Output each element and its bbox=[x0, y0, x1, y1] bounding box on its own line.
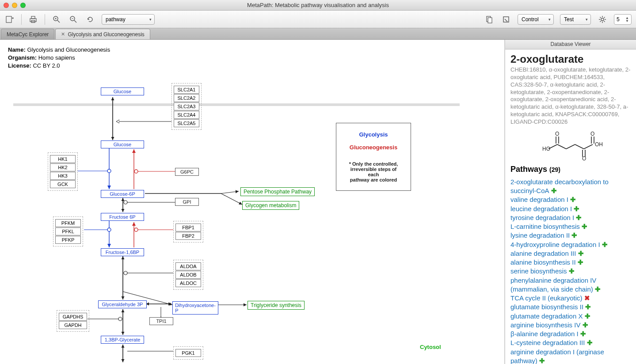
add-pathway-icon[interactable]: ✚ bbox=[572, 205, 579, 212]
print-icon[interactable] bbox=[28, 14, 38, 25]
svg-point-41 bbox=[134, 228, 138, 231]
pathway-link[interactable]: arginine degradation I (arginase pathway… bbox=[510, 348, 604, 364]
add-pathway-icon[interactable]: ✚ bbox=[583, 312, 590, 320]
mode-select-value: pathway bbox=[106, 16, 126, 23]
tab-close-icon[interactable]: ✕ bbox=[61, 31, 65, 37]
enzyme-box[interactable]: GCK bbox=[50, 180, 76, 188]
pathway-canvas[interactable]: Name: Glycolysis and Gluconeogenesis Org… bbox=[0, 40, 504, 364]
enzyme-box[interactable]: PFKP bbox=[55, 236, 81, 244]
pathway-link[interactable]: 4-hydroxyproline degradation I bbox=[510, 241, 600, 248]
refresh-icon[interactable] bbox=[85, 14, 95, 25]
enzyme-box[interactable]: GAPDH bbox=[59, 321, 87, 329]
branch-glycogen[interactable]: Glycogen metabolism bbox=[242, 201, 299, 210]
svg-line-11 bbox=[74, 20, 76, 23]
pathway-link[interactable]: L-carnitine biosynthesis bbox=[510, 223, 580, 230]
svg-line-64 bbox=[584, 144, 593, 149]
pathway-link[interactable]: β-alanine degradation I bbox=[510, 330, 579, 337]
enzyme-box[interactable]: SLC2A5 bbox=[174, 119, 199, 127]
metabolite-f16bp[interactable]: Fructose-1,6BP bbox=[101, 248, 144, 256]
test-select[interactable]: Test bbox=[560, 14, 591, 25]
add-pathway-icon[interactable]: ✚ bbox=[570, 231, 577, 239]
pathway-link[interactable]: glutamate degradation X bbox=[510, 312, 583, 320]
metabolite-glucose-ext[interactable]: Glucose bbox=[101, 87, 144, 95]
pathway-link[interactable]: arginine biosynthesis IV bbox=[510, 321, 580, 329]
export-icon[interactable] bbox=[501, 14, 511, 25]
close-window-button[interactable] bbox=[4, 3, 9, 8]
tab-metacyc-explorer[interactable]: MetaCyc Explorer bbox=[1, 29, 54, 39]
tab-glycolysis[interactable]: ✕ Glycolysis and Gluconeogenesis bbox=[55, 29, 150, 39]
metabolite-dhap[interactable]: Dihydroxyacetone-P bbox=[172, 301, 218, 315]
add-pathway-icon[interactable]: ✚ bbox=[576, 258, 583, 266]
metabolite-f6p[interactable]: Fructose 6P bbox=[101, 213, 144, 221]
enzyme-box[interactable]: SLC2A4 bbox=[174, 111, 199, 119]
enzyme-box[interactable]: ALDOA bbox=[175, 262, 201, 270]
pathway-link[interactable]: alanine degradation III bbox=[510, 250, 576, 257]
control-select-value: Control bbox=[522, 16, 539, 23]
enzyme-box[interactable]: SLC2A3 bbox=[174, 102, 199, 110]
add-pathway-icon[interactable]: ✚ bbox=[585, 339, 592, 346]
enzyme-box[interactable]: PGK1 bbox=[175, 349, 201, 357]
new-view-icon[interactable] bbox=[4, 14, 15, 25]
pathway-link[interactable]: glutamate biosynthesis II bbox=[510, 303, 583, 311]
pathway-link[interactable]: 2-oxoglutarate decarboxylation to succin… bbox=[510, 178, 609, 194]
enzyme-box[interactable]: HK2 bbox=[50, 163, 76, 171]
enzyme-box[interactable]: PFKM bbox=[55, 219, 81, 227]
add-pathway-icon[interactable]: ✚ bbox=[567, 267, 575, 275]
number-spinner[interactable]: 5▲▼ bbox=[614, 14, 632, 25]
enzyme-box[interactable]: HK3 bbox=[50, 172, 76, 180]
add-pathway-icon[interactable]: ✚ bbox=[600, 241, 608, 248]
enzyme-g6pc[interactable]: G6PC bbox=[175, 168, 199, 176]
add-pathway-icon[interactable]: ✚ bbox=[568, 196, 576, 203]
branch-triglyceride[interactable]: Triglyceride synthesis bbox=[248, 301, 305, 310]
remove-pathway-icon[interactable]: ✖ bbox=[583, 294, 590, 302]
add-pathway-icon[interactable]: ✚ bbox=[583, 303, 591, 311]
branch-ppp[interactable]: Pentose Phosphate Pathway bbox=[240, 187, 315, 196]
metabolite-gly3p[interactable]: Glyceraldehyde 3P bbox=[98, 300, 147, 308]
pathway-link[interactable]: leucine degradation I bbox=[510, 205, 572, 212]
add-pathway-icon[interactable]: ✚ bbox=[593, 285, 601, 293]
metabolite-13bpg[interactable]: 1,3BP-Glycerate bbox=[101, 336, 144, 344]
zoom-window-button[interactable] bbox=[20, 3, 26, 8]
enzyme-box[interactable]: PFKL bbox=[55, 228, 81, 235]
enzyme-box[interactable]: HK1 bbox=[50, 155, 76, 163]
pathway-link[interactable]: serine biosynthesis bbox=[510, 267, 567, 275]
enzyme-tpi[interactable]: TPI1 bbox=[149, 317, 173, 325]
settings-gear-icon[interactable] bbox=[597, 14, 608, 25]
enzyme-box[interactable]: ALDOC bbox=[175, 279, 201, 287]
pathway-link[interactable]: TCA cycle II (eukaryotic) bbox=[510, 294, 583, 302]
metabolite-glucose-int[interactable]: Glucose bbox=[101, 140, 144, 148]
control-select[interactable]: Control bbox=[518, 14, 554, 25]
pathway-link[interactable]: alanine biosynthesis II bbox=[510, 258, 576, 266]
minimize-window-button[interactable] bbox=[12, 3, 17, 8]
mode-select[interactable]: pathway bbox=[102, 14, 155, 25]
pathway-link[interactable]: valine degradation I bbox=[510, 196, 568, 203]
main-toolbar: pathway Control Test 5▲▼ bbox=[0, 11, 636, 28]
add-pathway-icon[interactable]: ✚ bbox=[579, 330, 586, 337]
add-pathway-icon[interactable]: ✚ bbox=[580, 223, 587, 230]
add-pathway-icon[interactable]: ✚ bbox=[537, 357, 545, 364]
zoom-in-icon[interactable] bbox=[51, 14, 62, 25]
enzyme-box[interactable]: SLC2A2 bbox=[174, 94, 199, 102]
pathway-link[interactable]: lysine degradation II bbox=[510, 231, 570, 239]
svg-point-28 bbox=[107, 169, 111, 173]
svg-point-38 bbox=[107, 228, 111, 231]
add-pathway-icon[interactable]: ✚ bbox=[549, 187, 557, 194]
add-pathway-icon[interactable]: ✚ bbox=[576, 250, 583, 257]
tab-label: Glycolysis and Gluconeogenesis bbox=[68, 31, 144, 38]
pathway-link[interactable]: L-cysteine degradation III bbox=[510, 339, 585, 346]
enzyme-box[interactable]: SLC2A1 bbox=[174, 86, 199, 94]
enzyme-gpi[interactable]: GPI bbox=[175, 198, 199, 206]
metabolite-g6p[interactable]: Glucose-6P bbox=[101, 190, 144, 198]
pathway-link[interactable]: tyrosine degradation I bbox=[510, 214, 574, 221]
zoom-out-icon[interactable] bbox=[68, 14, 79, 25]
copy-icon[interactable] bbox=[484, 14, 495, 25]
legend-box: Glycolysis Gluconeogenesis * Only the co… bbox=[336, 123, 411, 191]
enzyme-box[interactable]: GAPDHS bbox=[59, 313, 87, 321]
pathway-link[interactable]: phenylalanine degradation IV (mammalian,… bbox=[510, 277, 596, 293]
enzyme-box[interactable]: FBP2 bbox=[175, 232, 201, 240]
enzyme-box[interactable]: ALDOB bbox=[175, 271, 201, 279]
enzyme-box[interactable]: FBP1 bbox=[175, 224, 201, 231]
add-pathway-icon[interactable]: ✚ bbox=[580, 321, 588, 329]
svg-point-16 bbox=[601, 18, 604, 21]
add-pathway-icon[interactable]: ✚ bbox=[574, 214, 582, 221]
